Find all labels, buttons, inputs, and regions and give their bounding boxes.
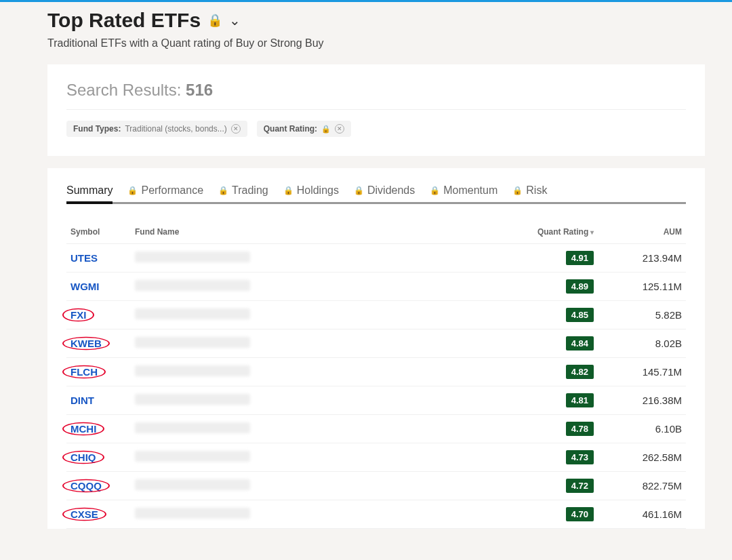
cell-quant-rating: 4.78 [489, 415, 598, 443]
lock-icon: 🔒 [430, 186, 440, 195]
cell-aum: 213.94M [598, 244, 686, 273]
ticker-link[interactable]: KWEB [70, 338, 102, 349]
cell-fund-name [131, 472, 489, 500]
ticker-link[interactable]: FXI [70, 309, 86, 321]
fund-name-blurred [135, 422, 250, 433]
rating-badge: 4.73 [566, 450, 594, 464]
tab-summary[interactable]: Summary [66, 182, 113, 199]
filter-chip-fund-types[interactable]: Fund Types: Traditional (stocks, bonds..… [66, 121, 247, 137]
chevron-down-icon[interactable]: ⌄ [229, 12, 241, 28]
cell-quant-rating: 4.72 [489, 472, 598, 500]
close-icon[interactable]: ✕ [335, 124, 344, 134]
table-row: CXSE4.70461.16M [66, 500, 686, 529]
fund-name-blurred [135, 508, 250, 519]
close-icon[interactable]: ✕ [231, 124, 241, 134]
tab-label: Trading [232, 184, 268, 197]
rating-badge: 4.72 [566, 479, 594, 493]
table-row: FLCH4.82145.71M [66, 358, 686, 386]
cell-symbol: KWEB [66, 329, 131, 358]
cell-fund-name [131, 301, 489, 329]
rating-badge: 4.91 [566, 251, 594, 265]
lock-icon: 🔒 [283, 186, 293, 195]
rating-badge: 4.85 [566, 308, 594, 322]
table-row: UTES4.91213.94M [66, 244, 686, 273]
cell-symbol: FXI [66, 301, 131, 329]
lock-icon: 🔒 [127, 186, 138, 195]
tab-risk[interactable]: 🔒 Risk [512, 182, 547, 199]
fund-name-blurred [135, 280, 250, 291]
tabs: Summary 🔒 Performance 🔒 Trading 🔒 Holdin… [66, 182, 686, 204]
ticker-link[interactable]: WGMI [70, 281, 100, 292]
ticker-link[interactable]: CQQQ [70, 480, 102, 492]
lock-icon: 🔒 [321, 125, 331, 134]
cell-symbol: FLCH [66, 358, 131, 386]
cell-aum: 6.10B [598, 415, 686, 443]
cell-fund-name [131, 244, 489, 273]
ticker-link[interactable]: CHIQ [70, 452, 96, 463]
col-fund-name[interactable]: Fund Name [131, 220, 489, 244]
col-quant-rating[interactable]: Quant Rating [489, 220, 598, 244]
cell-symbol: WGMI [66, 273, 131, 301]
col-symbol[interactable]: Symbol [66, 220, 131, 244]
tab-label: Dividends [367, 184, 415, 197]
cell-aum: 216.38M [598, 386, 686, 415]
table-header-row: Symbol Fund Name Quant Rating AUM [66, 220, 686, 244]
tab-trading[interactable]: 🔒 Trading [218, 182, 268, 199]
cell-quant-rating: 4.91 [489, 244, 598, 273]
lock-icon: 🔒 [354, 186, 364, 195]
cell-fund-name [131, 443, 489, 472]
tab-label: Summary [66, 184, 113, 197]
fund-name-blurred [135, 479, 250, 490]
cell-quant-rating: 4.85 [489, 301, 598, 329]
tab-holdings[interactable]: 🔒 Holdings [283, 182, 339, 199]
cell-symbol: CHIQ [66, 443, 131, 472]
rating-badge: 4.78 [566, 422, 594, 436]
cell-symbol: UTES [66, 244, 131, 273]
ticker-link[interactable]: DINT [70, 395, 94, 406]
fund-name-blurred [135, 394, 250, 405]
table-row: CHIQ4.73262.58M [66, 443, 686, 472]
tab-dividends[interactable]: 🔒 Dividends [354, 182, 415, 199]
ticker-link[interactable]: FLCH [70, 366, 98, 378]
search-results-label: Search Results: [66, 81, 186, 99]
filter-chip-quant-rating[interactable]: Quant Rating: 🔒 ✕ [257, 121, 351, 137]
cell-symbol: CQQQ [66, 472, 131, 500]
col-aum[interactable]: AUM [598, 220, 686, 244]
cell-quant-rating: 4.70 [489, 500, 598, 529]
lock-icon: 🔒 [207, 13, 222, 28]
cell-fund-name [131, 273, 489, 301]
ticker-link[interactable]: UTES [70, 252, 98, 264]
search-results-heading: Search Results: 516 [66, 81, 686, 110]
table-row: CQQQ4.72822.75M [66, 472, 686, 500]
page-title: Top Rated ETFs [47, 9, 201, 32]
filter-chip-value: Traditional (stocks, bonds...) [125, 124, 226, 134]
tab-label: Risk [526, 184, 547, 197]
rating-badge: 4.82 [566, 365, 594, 379]
fund-name-blurred [135, 308, 250, 319]
cell-aum: 8.02B [598, 329, 686, 358]
cell-aum: 822.75M [598, 472, 686, 500]
cell-quant-rating: 4.82 [489, 358, 598, 386]
lock-icon: 🔒 [218, 186, 228, 195]
cell-fund-name [131, 329, 489, 358]
cell-fund-name [131, 386, 489, 415]
tab-label: Holdings [297, 184, 339, 197]
table-row: WGMI4.89125.11M [66, 273, 686, 301]
tab-momentum[interactable]: 🔒 Momentum [430, 182, 497, 199]
filter-chip-label: Fund Types: [73, 124, 121, 134]
ticker-link[interactable]: CXSE [70, 508, 98, 520]
filter-chips: Fund Types: Traditional (stocks, bonds..… [66, 121, 686, 137]
rating-badge: 4.81 [566, 393, 594, 407]
rating-badge: 4.84 [566, 336, 594, 351]
tab-performance[interactable]: 🔒 Performance [127, 182, 203, 199]
cell-aum: 5.82B [598, 301, 686, 329]
cell-fund-name [131, 358, 489, 386]
ticker-link[interactable]: MCHI [70, 423, 96, 435]
cell-symbol: DINT [66, 386, 131, 415]
cell-quant-rating: 4.81 [489, 386, 598, 415]
page-header: Top Rated ETFs 🔒 ⌄ Traditional ETFs with… [47, 2, 705, 62]
results-table: Symbol Fund Name Quant Rating AUM UTES4.… [66, 220, 686, 529]
cell-quant-rating: 4.73 [489, 443, 598, 472]
cell-aum: 262.58M [598, 443, 686, 472]
cell-quant-rating: 4.84 [489, 329, 598, 358]
